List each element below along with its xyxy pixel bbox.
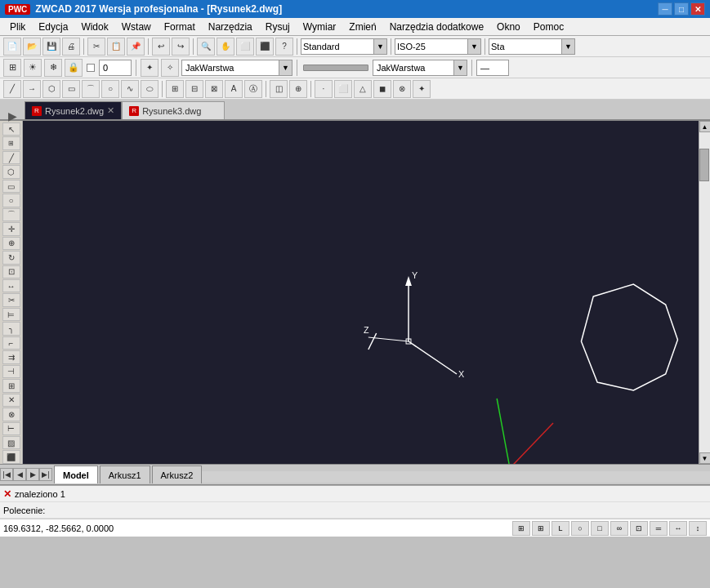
menu-okno[interactable]: Okno [490,20,527,34]
tab-menu-arrow[interactable]: ▶ [8,109,17,122]
layer-name-arrow[interactable]: ▼ [279,60,292,76]
h-scrollbar[interactable] [202,471,710,483]
draw-poly-button[interactable]: ⬡ [42,80,60,98]
left-offset-button[interactable]: ⇉ [2,350,20,363]
layer-mgr-button[interactable]: ⊞ [3,59,21,77]
prop-button2[interactable]: ✧ [161,59,179,77]
left-rotate-button[interactable]: ↻ [2,251,20,264]
tab-rysunek2[interactable]: R Rysunek2.dwg ✕ [25,101,122,119]
draw-hatch-button[interactable]: ⊞ [166,80,184,98]
menu-pomoc[interactable]: Pomoc [527,20,570,34]
tab-arkusz1[interactable]: Arkusz1 [100,466,150,483]
left-stretch-button[interactable]: ↔ [2,279,20,292]
tab-rysunek3[interactable]: R Rysunek3.dwg [122,101,225,119]
close-button[interactable]: ✕ [690,2,705,16]
nav-prev-arrow[interactable]: ◀ [13,468,26,481]
menu-edycja[interactable]: Edycja [32,20,74,34]
left-select-button[interactable]: ⊞ [2,136,20,149]
left-copy-button[interactable]: ⊕ [2,237,20,250]
text-combo-arrow[interactable]: ▼ [562,38,575,55]
left-rect-button[interactable]: ▭ [2,180,20,193]
left-move-button[interactable]: ✛ [2,222,20,235]
draw-circle-button[interactable]: ○ [101,80,119,98]
draw-table-button[interactable]: ⊠ [205,80,223,98]
dimstyle-combo[interactable]: ISO-25 [395,38,468,55]
linetype-combo[interactable]: JakWarstwa [373,60,454,76]
copy-button[interactable]: 📋 [107,38,125,56]
left-chamfer-button[interactable]: ⌐ [2,336,20,350]
status-model-btn[interactable]: ↕ [689,521,707,536]
lineweight-combo[interactable]: — [476,60,509,76]
left-dim-button[interactable]: ⊢ [2,422,20,435]
zoom-prev-button[interactable]: ⬛ [256,38,274,56]
dimstyle-combo-arrow[interactable]: ▼ [468,38,481,55]
draw-face-button[interactable]: △ [354,80,372,98]
help-button[interactable]: ? [275,38,293,56]
open-button[interactable]: 📂 [23,38,41,56]
draw-arc-button[interactable]: ⌒ [82,80,100,98]
draw-rect-button[interactable]: ▭ [62,80,80,98]
draw-spline-button[interactable]: ∿ [121,80,139,98]
paste-button[interactable]: 📌 [127,38,145,56]
nav-first-arrow[interactable]: |◀ [0,468,13,481]
nav-next-arrow[interactable]: ▶ [26,468,39,481]
layer-lock-button[interactable]: 🔒 [65,59,83,77]
linetype-arrow[interactable]: ▼ [454,60,467,76]
style-combo[interactable]: Standard [301,38,374,55]
status-otrack-btn[interactable]: ∞ [610,521,628,536]
draw-insert-button[interactable]: ⊕ [289,80,307,98]
cut-button[interactable]: ✂ [87,38,105,56]
save-button[interactable]: 💾 [42,38,60,56]
style-combo-arrow[interactable]: ▼ [374,38,387,55]
left-circle-button[interactable]: ○ [2,194,20,207]
menu-plik[interactable]: Plik [3,20,32,34]
tab-close-rysunek2[interactable]: ✕ [107,105,114,116]
nav-last-arrow[interactable]: ▶| [39,468,52,481]
status-ducs-btn[interactable]: ⊡ [630,521,648,536]
left-array-button[interactable]: ⊞ [2,379,20,392]
status-lw-btn[interactable]: ↔ [669,521,687,536]
status-polar-btn[interactable]: ○ [571,521,589,536]
draw-mtext-button[interactable]: Ⓐ [244,80,262,98]
draw-solid-button[interactable]: ◼ [373,80,391,98]
command-input-bar[interactable]: 169.6312, -82.5662, 0.0000 ⊞ ⊞ L ○ □ ∞ ⊡… [0,519,710,537]
menu-widok[interactable]: Widok [74,20,114,34]
menu-rysuj[interactable]: Rysuj [259,20,297,34]
match-prop-button[interactable]: ✦ [141,59,159,77]
left-pick-button[interactable]: ↖ [2,122,20,136]
left-scale-button[interactable]: ⊡ [2,265,20,278]
layer-name-combo[interactable]: JakWarstwa [181,60,279,76]
layer-freeze-button[interactable]: ❄ [44,59,62,77]
status-dyn-btn[interactable]: ═ [650,521,668,536]
left-erase-button[interactable]: ✕ [2,394,20,407]
scroll-down-arrow[interactable]: ▼ [699,452,711,464]
draw-ray-button[interactable]: → [23,80,41,98]
print-button[interactable]: 🖨 [62,38,80,56]
layer-sun-button[interactable]: ☀ [24,59,42,77]
menu-zmien[interactable]: Zmień [342,20,382,34]
menu-wstaw[interactable]: Wstaw [115,20,158,34]
status-osnap-btn[interactable]: □ [591,521,609,536]
scroll-up-arrow[interactable]: ▲ [699,121,711,132]
draw-3d-button[interactable]: ⬜ [334,80,352,98]
draw-point-button[interactable]: · [315,80,333,98]
status-ortho-btn[interactable]: L [551,521,569,536]
scroll-track[interactable] [699,132,711,452]
left-arc-button[interactable]: ⌒ [2,208,20,221]
zoom-ext-button[interactable]: ⬜ [236,38,254,56]
undo-button[interactable]: ↩ [152,38,170,56]
draw-text-button[interactable]: A [225,80,243,98]
menu-format[interactable]: Format [158,20,202,34]
tab-model[interactable]: Model [54,466,98,483]
draw-revision-button[interactable]: ✦ [413,80,431,98]
cmd-close-icon[interactable]: ✕ [3,488,11,500]
status-grid-btn[interactable]: ⊞ [512,521,530,536]
left-extend-button[interactable]: ⊨ [2,308,20,321]
canvas-area[interactable]: Z Y X [23,121,699,464]
right-scrollbar[interactable]: ▲ ▼ [699,121,710,464]
draw-block-button[interactable]: ◫ [270,80,288,98]
menu-wymiar[interactable]: Wymiar [297,20,343,34]
left-hatch-button[interactable]: ▨ [2,436,20,449]
menu-narzedzia-dodatkowe[interactable]: Narzędzia dodatkowe [383,20,490,34]
left-trim-button[interactable]: ✂ [2,293,20,306]
